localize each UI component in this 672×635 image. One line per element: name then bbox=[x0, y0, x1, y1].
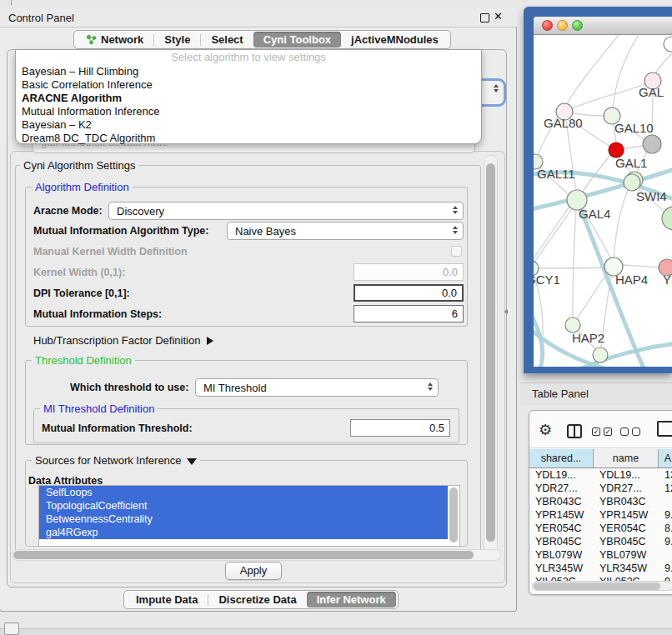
dpi-tolerance-field[interactable]: 0.0 bbox=[354, 284, 464, 302]
network-node-label: GAL1 bbox=[615, 156, 647, 170]
table-column-header[interactable]: shared... bbox=[529, 449, 594, 468]
algorithm-option[interactable]: Dream8 DC_TDC Algorithm bbox=[16, 132, 481, 145]
cell-shared-name: YBR043C bbox=[529, 495, 594, 508]
stepper-arrows-icon bbox=[453, 226, 458, 234]
tab-impute-data[interactable]: Impute Data bbox=[126, 592, 208, 608]
algorithm-option[interactable]: Bayesian – K2 bbox=[16, 118, 481, 132]
network-canvas[interactable]: GALGAL80GAL10GAL1GAL11GAL4SWI4GCY1HAP4YH… bbox=[534, 35, 672, 367]
tab-select[interactable]: Select bbox=[201, 32, 253, 48]
algorithm-option[interactable]: ARACNE Algorithm bbox=[16, 92, 481, 105]
stepper-arrows-icon bbox=[428, 382, 433, 391]
control-panel-titlebar bbox=[0, 8, 517, 28]
table-row[interactable]: YLR345WYLR345W9. bbox=[529, 562, 672, 575]
network-node-swi4[interactable] bbox=[624, 174, 640, 191]
cell-value: 9. bbox=[659, 508, 672, 522]
mi-algorithm-type-value: Naive Bayes bbox=[235, 223, 296, 239]
checked-checkbox-icon[interactable]: ✓ bbox=[592, 428, 600, 436]
which-threshold-value: MI Threshold bbox=[203, 380, 267, 396]
table-row[interactable]: YPR145WYPR145W9. bbox=[529, 508, 672, 522]
document-icon[interactable] bbox=[657, 421, 672, 437]
minimize-traffic-light[interactable] bbox=[557, 20, 568, 31]
network-node-label: GAL80 bbox=[544, 116, 583, 130]
algorithm-option[interactable]: Mutual Information Inference bbox=[16, 105, 481, 118]
data-attribute-item[interactable]: gal4RGexp bbox=[39, 526, 448, 539]
close-icon[interactable]: ✕ bbox=[494, 10, 503, 22]
table-column-header[interactable]: name bbox=[594, 449, 659, 468]
algorithm-dropdown-placeholder: Select algorithm to view settings bbox=[16, 50, 481, 65]
network-node-label: GAL10 bbox=[614, 121, 654, 135]
manual-kernel-width-checkbox[interactable] bbox=[451, 246, 462, 257]
unchecked-checkbox-icon[interactable] bbox=[620, 428, 629, 436]
mi-steps-field[interactable]: 6 bbox=[354, 305, 464, 322]
mi-steps-label: Mutual Information Steps: bbox=[33, 305, 162, 323]
sources-legend[interactable]: Sources for Network Inference bbox=[32, 455, 200, 466]
expand-right-icon bbox=[207, 337, 213, 345]
table-row[interactable]: YBR043CYBR043C bbox=[529, 495, 672, 508]
cell-value: 12 bbox=[659, 482, 672, 495]
tab-jactivemnodules[interactable]: jActiveMNodules bbox=[341, 32, 449, 48]
cell-name: YBL079W bbox=[594, 548, 659, 562]
float-window-icon[interactable] bbox=[480, 13, 489, 22]
window-edge-tick bbox=[11, 0, 12, 5]
cell-name: YPR145W bbox=[594, 508, 659, 522]
table-row[interactable]: YDL19...YDL19...13 bbox=[529, 468, 672, 482]
aracne-mode-select[interactable]: Discovery bbox=[108, 202, 464, 220]
checked-checkbox-icon[interactable]: ✓ bbox=[604, 428, 612, 436]
algorithm-option[interactable]: Bayesian – Hill Climbing bbox=[16, 65, 481, 78]
table-row[interactable]: YBL079WYBL079W bbox=[529, 548, 672, 562]
sources-legend-label: Sources for Network Inference bbox=[35, 454, 182, 467]
network-edge bbox=[655, 53, 672, 74]
kernel-width-label: Kernel Width (0,1): bbox=[33, 263, 125, 282]
table-row[interactable]: YDR27...YDR27...12 bbox=[529, 482, 672, 495]
hub-definition-expander[interactable]: Hub/Transcription Factor Definition bbox=[33, 332, 213, 350]
network-node[interactable] bbox=[664, 37, 672, 52]
attributes-scrollbar-thumb[interactable] bbox=[449, 488, 458, 542]
table-column-header[interactable]: A bbox=[659, 449, 672, 468]
control-panel-tabstrip: Network Style Select Cyni Toolbox jActiv… bbox=[73, 30, 451, 49]
algorithm-option[interactable]: Basic Correlation Inference bbox=[16, 78, 481, 92]
network-node[interactable] bbox=[643, 135, 661, 153]
settings-horizontal-scrollbar-thumb[interactable] bbox=[13, 551, 474, 559]
columns-icon[interactable] bbox=[567, 424, 582, 438]
tab-infer-network[interactable]: Infer Network bbox=[307, 592, 396, 608]
toolbar-divider bbox=[529, 448, 672, 448]
table-row[interactable]: YIL052CYIL052C9 bbox=[529, 575, 672, 581]
tab-style[interactable]: Style bbox=[154, 32, 200, 48]
network-window-titlebar[interactable] bbox=[534, 17, 672, 35]
algorithm-dropdown-items: Bayesian – Hill ClimbingBasic Correlatio… bbox=[16, 65, 481, 145]
mi-algorithm-type-label: Mutual Information Algorithm Type: bbox=[33, 222, 208, 240]
cell-name: YDR27... bbox=[594, 482, 659, 495]
network-node-label: HAP2 bbox=[572, 331, 604, 345]
data-attribute-item[interactable]: BetweennessCentrality bbox=[39, 512, 448, 526]
network-edge bbox=[573, 210, 576, 318]
mi-threshold-field[interactable]: 0.5 bbox=[350, 419, 450, 437]
table-row[interactable]: YBR045CYBR045C9. bbox=[529, 535, 672, 548]
unchecked-checkbox-icon[interactable] bbox=[632, 428, 640, 436]
network-node[interactable] bbox=[593, 348, 608, 362]
settings-vertical-scrollbar-thumb[interactable] bbox=[486, 163, 495, 542]
mi-algorithm-type-select[interactable]: Naive Bayes bbox=[227, 222, 464, 240]
data-attribute-item[interactable]: TopologicalCoefficient bbox=[39, 499, 448, 512]
tab-cyni-toolbox[interactable]: Cyni Toolbox bbox=[253, 32, 341, 48]
corner-panel-icon[interactable] bbox=[4, 622, 19, 635]
table-row[interactable]: YER054CYER054C8. bbox=[529, 522, 672, 535]
panel-collapse-arrow[interactable] bbox=[504, 309, 508, 314]
which-threshold-select[interactable]: MI Threshold bbox=[195, 378, 439, 397]
network-node-label: SWI4 bbox=[636, 189, 667, 203]
close-traffic-light[interactable] bbox=[542, 20, 553, 31]
gear-icon[interactable]: ⚙ bbox=[539, 421, 552, 438]
network-edge bbox=[573, 84, 645, 108]
network-node-label: GCY1 bbox=[534, 272, 560, 287]
cell-name: YIL052C bbox=[594, 575, 659, 581]
network-edge bbox=[613, 35, 639, 108]
zoom-traffic-light[interactable] bbox=[572, 20, 583, 31]
table-horizontal-scrollbar-thumb[interactable] bbox=[534, 582, 660, 590]
network-edge bbox=[539, 268, 605, 268]
apply-button[interactable]: Apply bbox=[225, 562, 282, 580]
cell-shared-name: YIL052C bbox=[529, 575, 594, 581]
tab-network[interactable]: Network bbox=[76, 32, 153, 48]
kernel-width-field[interactable]: 0.0 bbox=[354, 263, 464, 281]
tab-infer-network-label: Infer Network bbox=[317, 592, 386, 608]
data-attribute-item[interactable]: SelfLoops bbox=[39, 486, 448, 499]
tab-discretize-data[interactable]: Discretize Data bbox=[208, 592, 306, 608]
